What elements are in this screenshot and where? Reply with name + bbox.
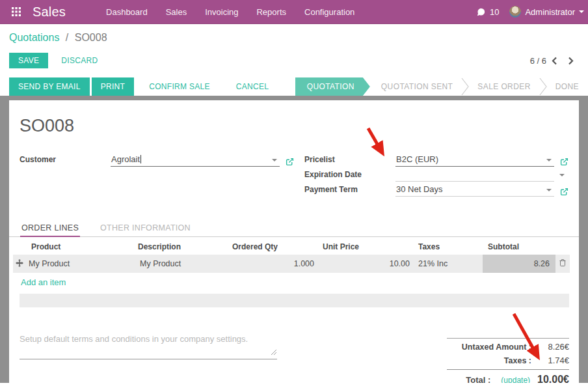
cell-product[interactable]: My Product xyxy=(26,255,133,273)
order-title: SO008 xyxy=(20,116,579,136)
payment-term-external-link-icon[interactable] xyxy=(560,188,568,197)
customer-field-row: Customer Agrolait xyxy=(20,152,294,167)
untaxed-amount-label: Untaxed Amount : xyxy=(447,343,531,352)
delete-line-icon[interactable] xyxy=(555,255,570,273)
status-quotation[interactable]: QUOTATION xyxy=(295,77,370,96)
payment-term-label: Payment Term xyxy=(304,185,395,197)
breadcrumb-quotations[interactable]: Quotations xyxy=(9,32,59,43)
cell-ordered-qty[interactable]: 1.000 xyxy=(227,255,317,273)
user-avatar[interactable] xyxy=(509,6,521,18)
status-chevron-icon xyxy=(461,77,469,96)
notebook-tabs: ORDER LINES OTHER INFORMATION xyxy=(9,219,579,237)
status-chevron-icon xyxy=(539,77,547,96)
customer-label: Customer xyxy=(20,155,111,167)
pricelist-value: B2C (EUR) xyxy=(396,154,438,164)
resize-handle-icon[interactable] xyxy=(271,346,277,358)
user-menu-caret-icon xyxy=(579,10,584,13)
expiration-dropdown-icon[interactable] xyxy=(559,174,565,176)
update-total-link[interactable]: (update) xyxy=(501,376,530,383)
status-quotation-sent[interactable]: QUOTATION SENT xyxy=(370,77,462,96)
message-count-badge[interactable]: 10 xyxy=(490,7,499,17)
top-navbar: Sales Dashboard Sales Invoicing Reports … xyxy=(0,0,588,24)
payment-term-dropdown-icon[interactable] xyxy=(546,189,552,191)
messages-icon[interactable] xyxy=(475,7,487,17)
total-row: Total : (update) 10.00€ xyxy=(447,370,569,383)
cancel-button[interactable]: CANCEL xyxy=(223,77,282,96)
order-line-row[interactable]: My Product My Product 1.000 10.00 21% In… xyxy=(13,255,570,273)
pricelist-dropdown-icon[interactable] xyxy=(546,159,552,161)
order-lines-table: Product Description Ordered Qty Unit Pri… xyxy=(13,238,570,273)
column-product: Product xyxy=(26,238,133,255)
column-description: Description xyxy=(133,238,227,255)
drag-handle-icon[interactable] xyxy=(13,255,26,273)
cell-subtotal: 8.26 xyxy=(483,255,555,273)
add-an-item-link[interactable]: Add an item xyxy=(21,277,66,287)
customer-external-link-icon[interactable] xyxy=(286,158,294,167)
app-title[interactable]: Sales xyxy=(33,5,66,20)
apps-menu-icon[interactable] xyxy=(8,3,25,20)
cell-unit-price[interactable]: 10.00 xyxy=(317,255,413,273)
pricelist-input[interactable]: B2C (EUR) xyxy=(395,154,554,167)
taxes-row: Taxes : 1.74€ xyxy=(447,354,569,367)
table-header-row: Product Description Ordered Qty Unit Pri… xyxy=(13,238,570,255)
payment-term-value: 30 Net Days xyxy=(396,184,443,194)
pager-value: 6 / 6 xyxy=(530,56,546,66)
menu-reports[interactable]: Reports xyxy=(247,0,295,23)
tab-order-lines[interactable]: ORDER LINES xyxy=(20,219,80,237)
field-grid: Customer Agrolait Pricelist B2C (EUR) xyxy=(9,152,579,197)
print-button[interactable]: PRINT xyxy=(92,77,135,96)
menu-configuration[interactable]: Configuration xyxy=(295,0,364,23)
send-by-email-button[interactable]: SEND BY EMAIL xyxy=(9,77,90,96)
column-taxes: Taxes xyxy=(413,238,483,255)
expiration-date-input[interactable] xyxy=(395,179,554,182)
pricelist-external-link-icon[interactable] xyxy=(560,158,568,167)
text-cursor xyxy=(140,155,141,163)
form-background: SO008 Customer Agrolait Pricel xyxy=(0,96,588,383)
terms-textarea[interactable]: Setup default terms and conditions in yo… xyxy=(20,326,277,359)
menu-sales[interactable]: Sales xyxy=(157,0,196,23)
customer-value: Agrolait xyxy=(111,154,140,164)
field-column-left: Customer Agrolait xyxy=(20,152,294,197)
column-subtotal: Subtotal xyxy=(483,238,555,255)
payment-term-input[interactable]: 30 Net Days xyxy=(395,184,554,197)
taxes-value: 1.74€ xyxy=(531,356,569,365)
menu-invoicing[interactable]: Invoicing xyxy=(196,0,247,23)
payment-term-field-row: Payment Term 30 Net Days xyxy=(304,182,568,197)
pricelist-field-row: Pricelist B2C (EUR) xyxy=(304,152,568,167)
taxes-label: Taxes : xyxy=(447,356,531,365)
discard-button[interactable]: DISCARD xyxy=(52,53,107,68)
expiration-field-row: Expiration Date xyxy=(304,167,568,182)
save-button[interactable]: SAVE xyxy=(9,53,48,68)
field-column-right: Pricelist B2C (EUR) Expiration Date xyxy=(294,152,568,197)
untaxed-amount-value: 8.26€ xyxy=(531,342,569,352)
breadcrumb-current: SO008 xyxy=(75,32,107,43)
pricelist-label: Pricelist xyxy=(304,155,395,167)
bottom-section: Setup default terms and conditions in yo… xyxy=(9,326,579,383)
customer-input[interactable]: Agrolait xyxy=(111,154,280,167)
empty-line-placeholder[interactable] xyxy=(20,294,569,307)
pager: 6 / 6 xyxy=(530,56,579,66)
untaxed-amount-row: Untaxed Amount : 8.26€ xyxy=(447,340,569,354)
menu-dashboard[interactable]: Dashboard xyxy=(97,0,157,23)
status-done[interactable]: DONE xyxy=(547,77,583,96)
pager-previous-icon[interactable] xyxy=(546,57,563,65)
cell-taxes[interactable]: 21% Inc xyxy=(413,255,483,273)
pager-next-icon[interactable] xyxy=(563,57,579,65)
statusbar: QUOTATION QUOTATION SENT SALE ORDER DONE xyxy=(295,77,583,96)
cell-description[interactable]: My Product xyxy=(133,255,227,273)
expiration-date-label: Expiration Date xyxy=(304,170,395,182)
control-panel: Quotations / SO008 SAVE DISCARD 6 / 6 SE… xyxy=(0,24,588,96)
customer-dropdown-icon[interactable] xyxy=(272,159,277,161)
tab-other-information[interactable]: OTHER INFORMATION xyxy=(99,219,192,236)
terms-placeholder: Setup default terms and conditions in yo… xyxy=(20,326,277,344)
save-discard-row: SAVE DISCARD 6 / 6 xyxy=(9,53,579,68)
breadcrumb-separator: / xyxy=(66,32,68,43)
user-menu[interactable]: Administrator xyxy=(525,7,575,17)
total-label: Total : xyxy=(466,375,490,383)
breadcrumb: Quotations / SO008 xyxy=(9,32,107,44)
form-sheet: SO008 Customer Agrolait Pricel xyxy=(9,100,579,383)
status-sale-order[interactable]: SALE ORDER xyxy=(469,77,539,96)
confirm-sale-button[interactable]: CONFIRM SALE xyxy=(136,77,223,96)
column-ordered-qty: Ordered Qty xyxy=(227,238,317,255)
total-value: 10.00€ xyxy=(537,374,569,383)
